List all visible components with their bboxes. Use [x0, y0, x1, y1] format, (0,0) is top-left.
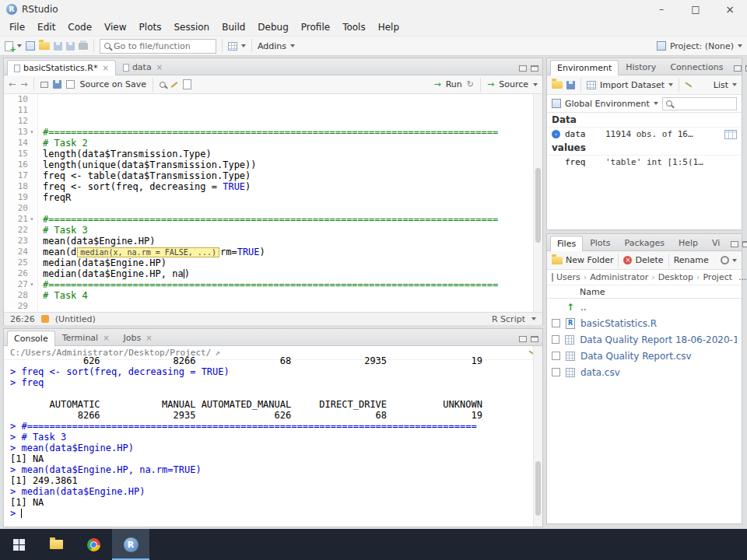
popout-button[interactable]	[40, 82, 48, 88]
tab-connections[interactable]: Connections	[663, 59, 730, 75]
chrome-button[interactable]	[75, 529, 112, 560]
maximize-pane-icon[interactable]	[742, 241, 747, 247]
menu-debug[interactable]: Debug	[251, 20, 294, 34]
editor-line[interactable]: # Task 3	[43, 225, 542, 236]
editor-scrollbar[interactable]	[533, 94, 542, 312]
env-object-row[interactable]: ›data11914 obs. of 16…	[547, 128, 742, 141]
editor-line[interactable]: freq <- table(data$Transmission.Type)	[43, 170, 542, 181]
import-dataset-caret-icon[interactable]	[668, 83, 673, 86]
load-workspace-button[interactable]	[552, 81, 563, 89]
tab-vi[interactable]: Vi	[705, 235, 727, 250]
panes-caret-icon[interactable]	[241, 44, 246, 47]
menu-profile[interactable]: Profile	[295, 20, 336, 34]
dataframe-icon[interactable]: ›	[552, 130, 560, 138]
close-tab-icon[interactable]: ×	[102, 64, 108, 72]
minimize-pane-icon[interactable]	[519, 336, 527, 342]
editor-line[interactable]: mean(dmedian(x, na.rm = FALSE, ...)rm=TR…	[43, 247, 542, 257]
editor-line[interactable]	[43, 105, 542, 116]
editor-line[interactable]: # Task 4	[43, 290, 542, 301]
back-button[interactable]: ←	[9, 79, 16, 89]
editor-line[interactable]: mean(data$Engine.HP)	[43, 236, 542, 247]
tab-jobs[interactable]: Jobs×	[117, 330, 160, 345]
editor-line[interactable]: length(data$Transmission.Type)	[43, 149, 542, 159]
editor-line[interactable]: #=======================================…	[43, 214, 542, 225]
menu-plots[interactable]: Plots	[133, 20, 168, 34]
delete-button[interactable]: Delete	[635, 255, 663, 265]
file-link[interactable]: Data Quality Report 18-06-2020-11...	[580, 334, 737, 345]
menu-build[interactable]: Build	[216, 20, 251, 34]
project-selector[interactable]: Project: (None)	[657, 41, 742, 51]
tab-packages[interactable]: Packages	[618, 235, 672, 250]
close-tab-icon[interactable]: ×	[156, 63, 163, 72]
tab-history[interactable]: History	[619, 59, 663, 75]
file-link[interactable]: basicStatistics.R	[580, 318, 657, 329]
file-type-label[interactable]: R Script	[492, 314, 525, 324]
editor-scroll-thumb[interactable]	[535, 168, 541, 243]
maximize-pane-icon[interactable]	[531, 336, 538, 342]
env-object-row[interactable]: freq'table' int [1:5(1…	[547, 156, 742, 169]
console-scrollbar[interactable]	[533, 346, 542, 527]
document-outline-label[interactable]: (Untitled)	[55, 314, 96, 324]
save-all-button[interactable]	[66, 42, 75, 51]
menu-help[interactable]: Help	[372, 20, 405, 34]
source-on-save-checkbox[interactable]	[66, 80, 75, 89]
breadcrumb-item[interactable]: Administrator	[590, 272, 648, 282]
new-folder-button[interactable]: New Folder	[566, 255, 613, 265]
editor-line[interactable]	[43, 203, 542, 214]
environment-scope[interactable]: Global Environment	[565, 99, 650, 109]
environment-search-box[interactable]	[662, 97, 737, 110]
forward-button[interactable]: →	[20, 79, 27, 89]
tab-terminal[interactable]: Terminal×	[55, 330, 117, 345]
code-tools-button[interactable]	[170, 84, 178, 86]
editor-code[interactable]: #=======================================…	[38, 94, 542, 312]
panes-layout-button[interactable]	[228, 42, 237, 51]
editor-line[interactable]: #=======================================…	[43, 127, 542, 138]
editor-tab[interactable]: basicStatistics.R*×	[7, 60, 116, 75]
more-gear-icon[interactable]	[721, 256, 729, 264]
menu-session[interactable]: Session	[167, 20, 216, 34]
more-caret-icon[interactable]	[732, 259, 737, 262]
close-tab-icon[interactable]: ×	[146, 334, 152, 342]
explorer-button[interactable]	[37, 529, 75, 560]
minimize-pane-icon[interactable]	[734, 65, 742, 72]
editor-line[interactable]: freq <- sort(freq, decreasing = TRUE)	[43, 181, 542, 192]
goto-file-box[interactable]	[100, 39, 216, 54]
source-button[interactable]: Source	[499, 79, 528, 89]
rerun-button[interactable]: ↻	[467, 79, 474, 89]
minimize-button[interactable]: –	[644, 0, 679, 19]
menu-code[interactable]: Code	[61, 20, 98, 34]
maximize-button[interactable]: □	[679, 0, 713, 19]
save-source-button[interactable]	[53, 80, 61, 89]
close-tab-icon[interactable]: ×	[103, 334, 109, 342]
file-checkbox[interactable]	[552, 368, 560, 376]
file-row[interactable]: RbasicStatistics.R	[547, 315, 742, 331]
addins-caret-icon[interactable]	[290, 44, 295, 47]
new-project-button[interactable]	[26, 41, 35, 51]
close-button[interactable]: ×	[713, 0, 747, 19]
scope-caret-icon[interactable]	[654, 102, 658, 105]
editor-line[interactable]: #=======================================…	[43, 279, 542, 290]
file-link[interactable]: data.csv	[580, 367, 620, 378]
minimize-pane-icon[interactable]	[731, 241, 738, 247]
list-view-caret-icon[interactable]	[732, 83, 737, 86]
file-row[interactable]: data.csv	[547, 364, 742, 380]
run-button[interactable]: Run	[446, 79, 462, 89]
file-checkbox[interactable]	[552, 335, 559, 344]
editor-line[interactable]: median(data$Engine.HP, na)	[43, 268, 542, 279]
tab-environment[interactable]: Environment	[550, 60, 619, 75]
minimize-pane-icon[interactable]	[519, 65, 527, 72]
console-output[interactable]: 626 8266 68 2935 19> freq <- sort(freq, …	[4, 355, 542, 523]
console-scroll-thumb[interactable]	[535, 461, 541, 516]
editor-tab[interactable]: data×	[116, 59, 170, 75]
compile-report-button[interactable]	[183, 79, 191, 89]
list-view-button[interactable]: List	[714, 80, 728, 90]
rename-button[interactable]: Rename	[674, 255, 709, 265]
breadcrumb-item[interactable]: Project	[703, 272, 732, 282]
fold-icon[interactable]: ▾	[28, 127, 36, 138]
editor-line[interactable]: length(unique(data$Transmission.Type))	[43, 159, 542, 170]
editor-line[interactable]	[43, 301, 542, 312]
new-file-button[interactable]: +	[5, 41, 13, 51]
fold-icon[interactable]: ▾	[28, 279, 36, 290]
file-row[interactable]: ↑..	[547, 299, 742, 315]
save-workspace-button[interactable]	[566, 81, 575, 89]
